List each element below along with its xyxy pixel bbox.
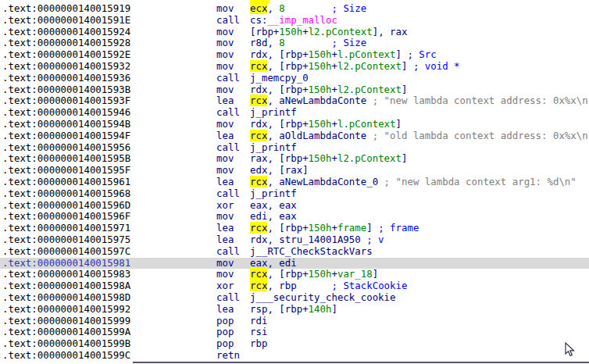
address[interactable]: .text:0000000140015928 (2, 37, 130, 49)
highlighted-register[interactable]: rcx (250, 176, 267, 187)
mnemonic[interactable]: call (216, 292, 240, 304)
highlighted-register[interactable]: rcx (250, 280, 267, 291)
disasm-line[interactable]: .text:0000000140015936callj_memcpy_0 (0, 73, 589, 84)
disasm-line[interactable]: .text:000000014001595Bmovrax, [rbp+150h+… (0, 153, 589, 165)
address[interactable]: .text:000000014001593B (2, 84, 130, 96)
highlighted-register[interactable]: rcx (250, 95, 267, 106)
disasm-line[interactable]: .text:0000000140015961learcx, aNewLambda… (0, 177, 589, 188)
address[interactable]: .text:0000000140015992 (2, 304, 130, 316)
mnemonic[interactable]: call (216, 107, 240, 119)
disasm-line[interactable]: .text:0000000140015999poprdi (0, 316, 589, 327)
highlighted-register[interactable]: rcx (250, 222, 267, 234)
address[interactable]: .text:000000014001596D (2, 200, 130, 212)
disasm-line-selected[interactable]: .text:0000000140015981moveax, edi (0, 258, 589, 269)
disasm-line[interactable]: .text:0000000140015975leardx, stru_14001… (0, 234, 589, 246)
mnemonic[interactable]: call (216, 73, 240, 84)
address[interactable]: .text:000000014001592E (2, 49, 130, 61)
highlighted-register[interactable]: rcx (250, 268, 267, 280)
mnemonic[interactable]: mov (216, 211, 234, 223)
address[interactable]: .text:0000000140015999 (2, 316, 130, 327)
address[interactable]: .text:0000000140015956 (2, 142, 130, 154)
disasm-line[interactable]: .text:000000014001597Ccallj__RTC_CheckSt… (0, 246, 589, 258)
mnemonic[interactable]: call (216, 142, 240, 154)
address[interactable]: .text:0000000140015971 (2, 223, 130, 234)
address[interactable]: .text:000000014001599C (2, 350, 130, 362)
mnemonic[interactable]: mov (216, 49, 234, 61)
disassembly-listing[interactable]: .text:0000000140015919movecx, 8 ; Size.t… (0, 3, 589, 362)
disasm-line[interactable]: .text:000000014001591Ecallcs:__imp_mallo… (0, 15, 589, 27)
mnemonic[interactable]: mov (216, 153, 234, 165)
address[interactable]: .text:0000000140015983 (2, 269, 130, 280)
address[interactable]: .text:000000014001598D (2, 292, 130, 304)
address[interactable]: .text:0000000140015936 (2, 73, 130, 84)
disasm-line[interactable]: .text:0000000140015956callj_printf (0, 142, 589, 154)
disasm-line[interactable]: .text:000000014001599Bpoprbp (0, 338, 589, 350)
address[interactable]: .text:0000000140015981 (2, 258, 130, 269)
disasm-line[interactable]: .text:0000000140015992learsp, [rbp+140h] (0, 304, 589, 316)
mnemonic[interactable]: mov (216, 84, 234, 96)
mnemonic[interactable]: xor (216, 200, 234, 212)
mnemonic[interactable]: pop (216, 338, 234, 350)
mnemonic[interactable]: pop (216, 316, 234, 327)
disasm-line[interactable]: .text:000000014001594Bmovrdx, [rbp+150h+… (0, 119, 589, 130)
disasm-line[interactable]: .text:0000000140015919movecx, 8 ; Size (0, 3, 589, 15)
address[interactable]: .text:000000014001591E (2, 15, 130, 27)
address[interactable]: .text:000000014001594F (2, 130, 130, 142)
mnemonic[interactable]: lea (216, 234, 234, 246)
disasm-line[interactable]: .text:0000000140015946callj_printf (0, 107, 589, 119)
mnemonic[interactable]: call (216, 246, 240, 258)
disasm-line[interactable]: .text:0000000140015928movr8d, 8 ; Size (0, 37, 589, 49)
disasm-line[interactable]: .text:000000014001596Dxoreax, eax (0, 200, 589, 212)
address[interactable]: .text:0000000140015946 (2, 107, 130, 119)
mnemonic[interactable]: mov (216, 269, 234, 280)
mnemonic[interactable]: xor (216, 280, 234, 292)
mnemonic[interactable]: pop (216, 327, 234, 338)
address[interactable]: .text:0000000140015961 (2, 177, 130, 188)
address[interactable]: .text:0000000140015968 (2, 188, 130, 200)
mnemonic[interactable]: mov (216, 3, 234, 15)
mnemonic[interactable]: mov (216, 27, 234, 38)
address[interactable]: .text:000000014001598A (2, 280, 130, 292)
disasm-line[interactable]: .text:0000000140015983movrcx, [rbp+150h+… (0, 269, 589, 280)
disasm-line[interactable]: .text:000000014001596Fmovedi, eax (0, 211, 589, 223)
disasm-line[interactable]: .text:000000014001599Apoprsi (0, 327, 589, 338)
address[interactable]: .text:0000000140015932 (2, 61, 130, 73)
address[interactable]: .text:000000014001596F (2, 211, 130, 223)
disasm-line[interactable]: .text:000000014001599Cretn (0, 350, 589, 362)
disasm-line[interactable]: .text:000000014001593Flearcx, aNewLambda… (0, 95, 589, 107)
disasm-line[interactable]: .text:000000014001593Bmovrdx, [rbp+150h+… (0, 84, 589, 96)
disasm-line[interactable]: .text:0000000140015968callj_printf (0, 188, 589, 200)
highlighted-register[interactable]: rcx (250, 130, 267, 141)
mnemonic[interactable]: mov (216, 37, 234, 49)
address[interactable]: .text:000000014001593F (2, 95, 130, 107)
address[interactable]: .text:000000014001594B (2, 119, 130, 130)
highlighted-register[interactable]: ecx (250, 2, 267, 14)
disasm-line[interactable]: .text:000000014001594Flearcx, aOldLambda… (0, 130, 589, 142)
disasm-line[interactable]: .text:000000014001598Axorrcx, rbp ; Stac… (0, 280, 589, 292)
mnemonic[interactable]: mov (216, 61, 234, 73)
address[interactable]: .text:0000000140015919 (2, 3, 130, 15)
mnemonic[interactable]: mov (216, 165, 234, 177)
mnemonic[interactable]: lea (216, 304, 234, 316)
mnemonic[interactable]: lea (216, 223, 234, 234)
disasm-line[interactable]: .text:0000000140015971learcx, [rbp+150h+… (0, 223, 589, 234)
mnemonic[interactable]: mov (216, 258, 234, 269)
address[interactable]: .text:0000000140015975 (2, 234, 130, 246)
address[interactable]: .text:0000000140015924 (2, 27, 130, 38)
highlighted-register[interactable]: rcx (250, 60, 267, 72)
mnemonic[interactable]: retn (216, 350, 240, 362)
address[interactable]: .text:000000014001597C (2, 246, 130, 258)
mnemonic[interactable]: call (216, 188, 240, 200)
address[interactable]: .text:000000014001595F (2, 165, 130, 177)
mnemonic[interactable]: lea (216, 177, 234, 188)
mnemonic[interactable]: call (216, 15, 240, 27)
address[interactable]: .text:000000014001595B (2, 153, 130, 165)
address[interactable]: .text:000000014001599A (2, 327, 130, 338)
disasm-line[interactable]: .text:000000014001595Fmovedx, [rax] (0, 165, 589, 177)
disasm-line[interactable]: .text:0000000140015924mov[rbp+150h+l2.pC… (0, 27, 589, 38)
address[interactable]: .text:000000014001599B (2, 338, 130, 350)
disasm-line[interactable]: .text:000000014001592Emovrdx, [rbp+150h+… (0, 49, 589, 61)
mnemonic[interactable]: mov (216, 119, 234, 130)
disasm-line[interactable]: .text:0000000140015932movrcx, [rbp+150h+… (0, 61, 589, 73)
disasm-line[interactable]: .text:000000014001598Dcallj___security_c… (0, 292, 589, 304)
